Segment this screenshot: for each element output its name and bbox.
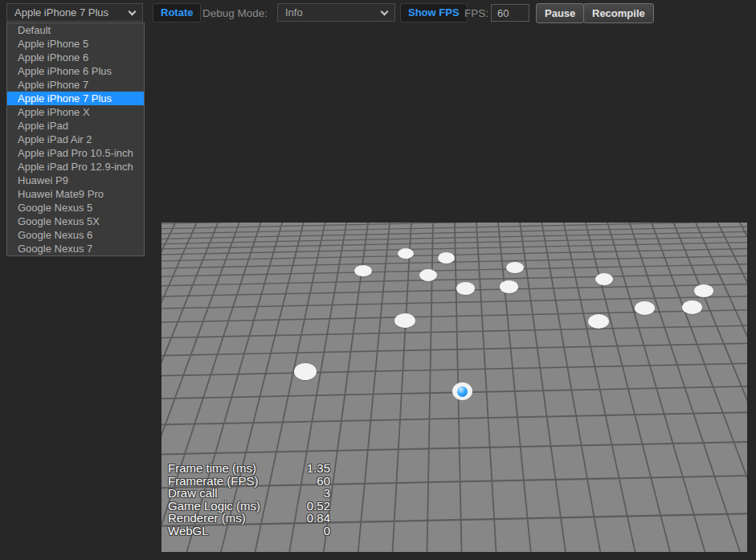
debug-mode-select[interactable]: Info <box>277 3 395 22</box>
device-option[interactable]: Google Nexus 7 <box>7 242 144 255</box>
stat-value: 0 <box>324 525 330 538</box>
stat-label: Draw call <box>168 487 218 500</box>
debug-mode-select-value: Info <box>285 6 303 18</box>
white-ball <box>500 280 518 293</box>
white-ball <box>419 269 437 281</box>
stat-value: 1.35 <box>307 462 330 475</box>
device-option[interactable]: Huawei Mate9 Pro <box>7 187 144 201</box>
stats-row: Renderer (ms)0.84 <box>168 512 330 525</box>
stat-value: 60 <box>317 475 330 488</box>
stats-row: Draw call3 <box>168 487 330 500</box>
chevron-down-icon <box>129 8 137 16</box>
white-ball <box>694 284 713 297</box>
white-ball <box>635 301 655 315</box>
white-ball <box>398 248 414 259</box>
fps-label: FPS: <box>464 7 488 19</box>
white-ball <box>354 265 372 276</box>
white-ball <box>506 262 524 273</box>
stats-row: Framerate (FPS)60 <box>168 475 330 488</box>
device-option[interactable]: Google Nexus 5X <box>7 215 144 228</box>
device-select-value: Apple iPhone 7 Plus <box>14 6 108 18</box>
fps-input[interactable] <box>491 4 529 22</box>
device-option[interactable]: Apple iPhone 6 Plus <box>7 64 144 78</box>
device-option[interactable]: Apple iPad <box>7 119 144 133</box>
chevron-down-icon <box>381 8 389 16</box>
white-ball <box>438 252 455 264</box>
device-dropdown: DefaultApple iPhone 5Apple iPhone 6Apple… <box>6 22 145 256</box>
game-viewport[interactable]: Frame time (ms)1.35Framerate (FPS)60Draw… <box>161 223 747 552</box>
device-select[interactable]: Apple iPhone 7 Plus <box>6 3 143 22</box>
stat-label: Renderer (ms) <box>168 512 246 525</box>
stats-row: WebGL0 <box>168 525 330 538</box>
white-ball <box>294 363 317 380</box>
stat-label: Frame time (ms) <box>168 462 256 475</box>
device-option[interactable]: Default <box>7 23 144 37</box>
white-ball <box>682 300 702 314</box>
device-option[interactable]: Apple iPad Air 2 <box>7 133 144 146</box>
show-fps-button[interactable]: Show FPS <box>400 3 468 22</box>
device-option[interactable]: Google Nexus 6 <box>7 228 144 242</box>
stats-overlay: Frame time (ms)1.35Framerate (FPS)60Draw… <box>168 462 330 537</box>
pause-button[interactable]: Pause <box>536 3 584 23</box>
device-option[interactable]: Apple iPhone 7 Plus <box>7 92 144 105</box>
device-option[interactable]: Apple iPad Pro 10.5-inch <box>7 146 144 160</box>
white-ball <box>588 314 609 329</box>
player-ball-core <box>457 386 468 397</box>
stats-row: Game Logic (ms)0.52 <box>168 500 330 513</box>
debug-mode-label: Debug Mode: <box>202 7 268 19</box>
stat-value: 0.84 <box>307 512 330 525</box>
stat-label: Game Logic (ms) <box>168 500 260 513</box>
rotate-button[interactable]: Rotate <box>153 3 201 22</box>
white-ball <box>394 313 415 328</box>
recompile-button[interactable]: Recompile <box>583 3 654 23</box>
device-option[interactable]: Apple iPhone 7 <box>7 78 144 92</box>
white-ball <box>595 273 613 285</box>
stats-row: Frame time (ms)1.35 <box>168 462 330 475</box>
device-option[interactable]: Apple iPhone 5 <box>7 37 144 51</box>
device-option[interactable]: Google Nexus 5 <box>7 201 144 215</box>
device-option[interactable]: Huawei P9 <box>7 174 144 187</box>
device-option[interactable]: Apple iPad Pro 12.9-inch <box>7 160 144 174</box>
stat-value: 3 <box>324 487 330 500</box>
stat-value: 0.52 <box>307 500 330 513</box>
white-ball <box>456 282 475 295</box>
player-ball <box>452 382 472 400</box>
device-option[interactable]: Apple iPhone 6 <box>7 51 144 64</box>
stat-label: WebGL <box>168 525 209 538</box>
stat-label: Framerate (FPS) <box>168 475 259 488</box>
device-option[interactable]: Apple iPhone X <box>7 105 144 119</box>
